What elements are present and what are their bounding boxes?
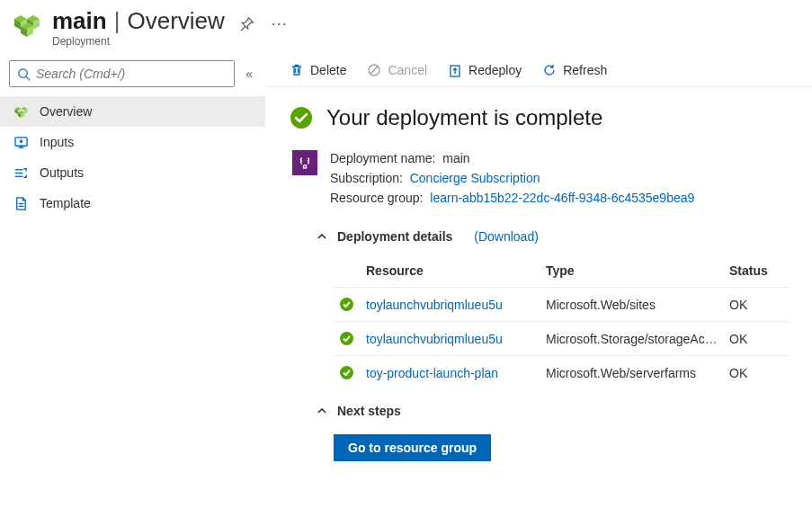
sidebar-item-overview[interactable]: Overview <box>0 96 265 127</box>
resource-type: Microsoft.Storage/storageAcc… <box>546 332 729 346</box>
svg-point-29 <box>290 107 312 129</box>
success-icon <box>289 105 314 130</box>
resources-table: Resource Type Status toylaunchvubriqmlue… <box>334 254 789 389</box>
status-row: Your deployment is complete <box>289 105 789 130</box>
page-header: main | Overview ··· Deployment <box>0 0 812 55</box>
deployment-name-value: main <box>442 151 469 165</box>
cancel-icon <box>366 62 381 77</box>
pin-icon[interactable] <box>239 16 255 32</box>
resource-status: OK <box>729 298 783 312</box>
title-separator: | <box>114 7 120 35</box>
next-steps-toggle[interactable]: Next steps <box>316 400 789 422</box>
download-link[interactable]: (Download) <box>474 229 539 244</box>
toolbar-label: Delete <box>310 63 346 77</box>
delete-icon <box>289 62 304 77</box>
toolbar: Delete Cancel Redeploy <box>265 55 812 87</box>
outputs-icon <box>13 165 29 181</box>
toolbar-label: Cancel <box>388 63 427 77</box>
svg-line-10 <box>26 76 30 80</box>
resource-group-link[interactable]: learn-abb15b22-22dc-46ff-9348-6c4535e9be… <box>430 191 694 205</box>
svg-line-27 <box>370 67 378 74</box>
more-icon[interactable]: ··· <box>272 14 288 33</box>
deployment-details-heading: Deployment details <box>337 229 452 244</box>
sidebar-nav: Overview Inputs Outputs <box>0 96 265 218</box>
deployment-meta: Deployment name: main Subscription: Conc… <box>289 148 789 208</box>
svg-point-9 <box>19 68 27 76</box>
status-ok-icon <box>339 331 354 346</box>
status-ok-icon <box>339 297 354 312</box>
subscription-link[interactable]: Concierge Subscription <box>410 171 540 185</box>
table-row: toy-product-launch-plan Microsoft.Web/se… <box>334 355 789 389</box>
refresh-icon <box>541 62 557 77</box>
title-block: main | Overview ··· Deployment <box>52 7 801 48</box>
collapse-sidebar-icon[interactable]: « <box>242 63 256 85</box>
sidebar-item-label: Template <box>40 196 91 210</box>
page-title-section: Overview <box>127 7 224 35</box>
sidebar-item-label: Outputs <box>40 165 84 180</box>
deployment-details-section: Deployment details (Download) Resource T… <box>316 226 789 389</box>
redeploy-icon <box>447 62 462 77</box>
sidebar: « Overview <box>0 55 265 508</box>
col-status: Status <box>729 263 783 278</box>
search-icon <box>17 67 31 81</box>
sidebar-item-inputs[interactable]: Inputs <box>0 127 265 157</box>
table-row: toylaunchvubriqmlueu5u Microsoft.Web/sit… <box>334 287 789 321</box>
overview-icon <box>13 103 29 120</box>
table-header: Resource Type Status <box>334 254 789 287</box>
resource-link[interactable]: toylaunchvubriqmlueu5u <box>366 298 503 312</box>
page-subtitle: Deployment <box>52 35 801 48</box>
cancel-button: Cancel <box>366 62 427 77</box>
sidebar-item-label: Inputs <box>40 135 74 149</box>
col-resource: Resource <box>366 263 546 278</box>
toolbar-label: Redeploy <box>468 63 522 77</box>
search-input[interactable] <box>36 67 227 81</box>
resource-status: OK <box>729 366 783 380</box>
resource-link[interactable]: toylaunchvubriqmlueu5u <box>366 332 503 346</box>
subscription-label: Subscription: <box>330 171 403 185</box>
delete-button[interactable]: Delete <box>289 62 346 77</box>
resource-type: Microsoft.Web/serverfarms <box>546 366 729 380</box>
resource-status: OK <box>729 332 783 346</box>
resource-group-label: Resource group: <box>330 191 424 205</box>
col-type: Type <box>546 263 729 278</box>
status-ok-icon <box>339 365 354 380</box>
table-row: toylaunchvubriqmlueu5u Microsoft.Storage… <box>334 321 789 355</box>
template-icon <box>13 195 29 211</box>
redeploy-button[interactable]: Redeploy <box>447 62 522 77</box>
sidebar-item-label: Overview <box>40 104 92 119</box>
sidebar-item-template[interactable]: Template <box>0 188 265 218</box>
go-to-resource-group-button[interactable]: Go to resource group <box>334 434 491 461</box>
search-box[interactable] <box>9 60 235 87</box>
next-steps-heading: Next steps <box>337 404 401 418</box>
deployment-details-toggle[interactable]: Deployment details (Download) <box>316 226 789 247</box>
resource-type: Microsoft.Web/sites <box>546 298 729 312</box>
toolbar-label: Refresh <box>563 63 607 77</box>
inputs-icon <box>13 134 29 150</box>
sidebar-item-outputs[interactable]: Outputs <box>0 157 265 188</box>
next-steps-section: Next steps Go to resource group <box>316 400 789 461</box>
deployment-icon <box>11 9 43 41</box>
status-message: Your deployment is complete <box>326 105 602 130</box>
deployment-name-label: Deployment name: <box>330 151 436 165</box>
chevron-up-icon <box>316 230 328 243</box>
main-panel: Delete Cancel Redeploy <box>265 55 812 508</box>
svg-rect-30 <box>304 165 307 168</box>
resource-link[interactable]: toy-product-launch-plan <box>366 366 498 380</box>
refresh-button[interactable]: Refresh <box>541 62 607 77</box>
page-title-main: main <box>52 7 107 35</box>
chevron-up-icon <box>316 405 328 417</box>
resource-badge-icon <box>292 150 317 175</box>
